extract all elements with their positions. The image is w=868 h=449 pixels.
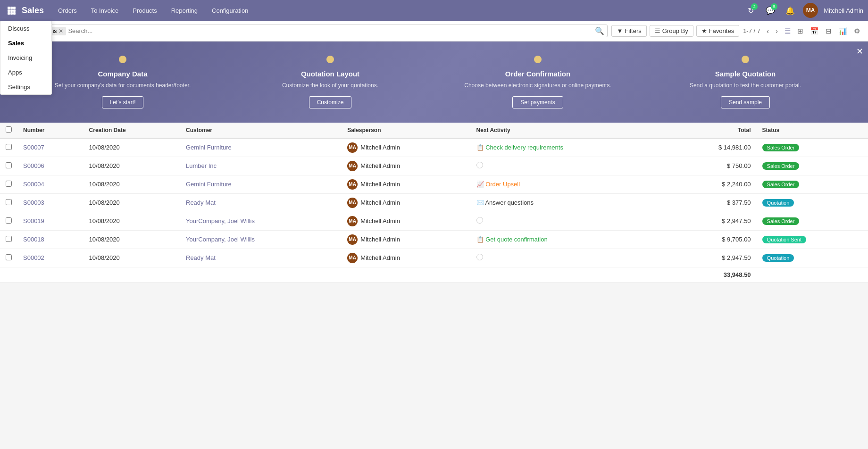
nav-orders[interactable]: Orders [55,5,80,16]
prev-page-button[interactable]: ‹ [764,25,771,36]
favorites-button[interactable]: ★ Favorites [696,25,739,37]
messages-badge: 5 [771,3,777,10]
activity-orange-icon: 📈 Order Upsell [476,181,520,188]
activity-circle-icon [476,217,483,224]
row-customer[interactable]: Gemini Furniture [180,138,342,157]
search-input[interactable] [68,27,593,34]
step-btn-1[interactable]: Let's start! [102,96,144,108]
nav-reporting[interactable]: Reporting [168,5,200,16]
groupby-button[interactable]: ☰ Group By [650,25,693,37]
row-date: 10/08/2020 [83,175,180,193]
row-checkbox-1[interactable] [6,162,12,168]
list-view-button[interactable]: ☰ [782,25,793,37]
svg-rect-6 [8,12,10,15]
svg-rect-0 [8,7,10,9]
row-number[interactable]: S00006 [17,157,83,175]
step-title-2: Quotation Layout [301,70,359,78]
step-btn-2[interactable]: Customize [309,96,352,108]
row-checkbox-0[interactable] [6,144,12,150]
row-activity: 📋 Check delivery requirements [471,138,668,157]
dropdown-menu: Discuss Sales Invoicing Apps Settings [0,21,52,95]
row-date: 10/08/2020 [83,249,180,267]
col-number[interactable]: Number [17,123,83,138]
row-checkbox-4[interactable] [6,217,12,224]
bell-icon[interactable]: 🔔 [783,3,797,17]
table-container: Number Creation Date Customer Salesperso… [0,123,868,283]
search-tags-container[interactable]: 🔖 My Quotations ✕ 🔍 [6,25,608,37]
col-date[interactable]: Creation Date [83,123,180,138]
col-salesperson[interactable]: Salesperson [342,123,470,138]
row-customer[interactable]: Lumber Inc [180,157,342,175]
activity-email-icon: ✉️ Answer questions [476,199,534,206]
user-name[interactable]: Mitchell Admin [824,7,863,14]
row-salesperson: MAMitchell Admin [342,212,470,230]
filters-button[interactable]: ▼ Filters [611,25,646,37]
step-btn-3[interactable]: Set payments [512,96,563,108]
row-customer[interactable]: YourCompany, Joel Willis [180,212,342,230]
row-activity [471,157,668,175]
row-total: $ 2,947.50 [668,249,757,267]
row-checkbox-6[interactable] [6,254,12,260]
calendar-view-button[interactable]: 📅 [808,25,821,37]
row-number[interactable]: S00002 [17,249,83,267]
status-badge: Quotation [762,254,794,262]
row-total: $ 2,947.50 [668,212,757,230]
next-page-button[interactable]: › [773,25,780,36]
settings-cog-button[interactable]: ⚙ [851,25,862,37]
row-checkbox-2[interactable] [6,181,12,187]
graph-view-button[interactable]: 📊 [836,25,850,37]
step-btn-4[interactable]: Send sample [721,96,770,108]
app-name: Sales [22,6,44,16]
row-customer[interactable]: Ready Mat [180,193,342,212]
col-activity[interactable]: Next Activity [471,123,668,138]
col-status[interactable]: Status [757,123,868,138]
row-number[interactable]: S00004 [17,175,83,193]
row-number[interactable]: S00003 [17,193,83,212]
row-customer[interactable]: YourCompany, Joel Willis [180,230,342,249]
row-status: Sales Order [757,212,868,230]
nav-products[interactable]: Products [130,5,159,16]
table-total-row: 33,948.50 [0,267,868,282]
row-activity: ✉️ Answer questions [471,193,668,212]
col-total[interactable]: Total [668,123,757,138]
avatar[interactable]: MA [803,3,818,18]
col-customer[interactable]: Customer [180,123,342,138]
step-title-4: Sample Quotation [715,70,776,78]
nav-to-invoice[interactable]: To Invoice [88,5,122,16]
row-number[interactable]: S00018 [17,230,83,249]
step-dot-2 [326,56,334,63]
dropdown-settings[interactable]: Settings [0,80,51,94]
row-number[interactable]: S00019 [17,212,83,230]
sp-avatar: MA [347,179,358,190]
activity-green-icon: 📋 Get quote confirmation [476,236,548,243]
row-customer[interactable]: Gemini Furniture [180,175,342,193]
grid-icon[interactable] [5,4,18,17]
dropdown-apps[interactable]: Apps [0,65,51,80]
dropdown-sales[interactable]: Sales [0,36,51,50]
row-activity: 📈 Order Upsell [471,175,668,193]
dropdown-invoicing[interactable]: Invoicing [0,50,51,65]
dropdown-discuss[interactable]: Discuss [0,21,51,36]
nav-configuration[interactable]: Configuration [209,5,251,16]
tag-close-icon[interactable]: ✕ [58,28,63,34]
step-desc-2: Customize the look of your quotations. [282,82,378,90]
kanban-view-button[interactable]: ⊞ [795,25,806,37]
row-number[interactable]: S00007 [17,138,83,157]
pagination-info: 1-7 / 7 [743,27,760,34]
step-dot-4 [742,56,749,63]
row-status: Sales Order [757,175,868,193]
table-row: S0000310/08/2020Ready MatMAMitchell Admi… [0,193,868,212]
navbar-right: ↻ 2 💬 5 🔔 MA Mitchell Admin [743,3,863,18]
messages-icon[interactable]: 💬 5 [763,3,777,17]
select-all-col [0,123,17,138]
search-button[interactable]: 🔍 [595,26,604,35]
step-dot-1 [119,56,126,63]
select-all-checkbox[interactable] [6,126,12,133]
banner-close-icon[interactable]: ✕ [856,46,863,57]
row-checkbox-3[interactable] [6,199,12,205]
row-checkbox-5[interactable] [6,236,12,242]
update-icon[interactable]: ↻ 2 [743,3,758,17]
table-row: S0000210/08/2020Ready MatMAMitchell Admi… [0,249,868,267]
pivot-view-button[interactable]: ⊟ [823,25,834,37]
row-customer[interactable]: Ready Mat [180,249,342,267]
